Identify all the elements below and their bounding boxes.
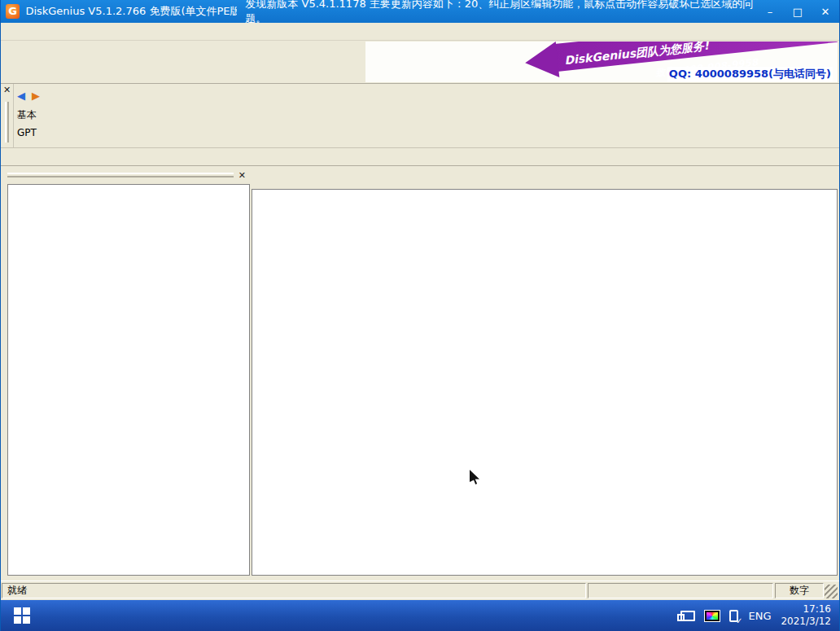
clock-date: 2021/3/12 <box>781 616 831 628</box>
start-button[interactable] <box>1 600 43 631</box>
status-empty-panel <box>588 583 773 598</box>
panel-splitter[interactable]: ✕ <box>1 84 14 147</box>
tab-content <box>252 189 838 576</box>
maximize-button[interactable]: □ <box>784 0 812 23</box>
display-icon[interactable] <box>705 611 720 621</box>
status-text: 就绪 <box>2 583 586 598</box>
taskbar: ENG 17:16 2021/3/12 <box>1 600 839 631</box>
network-icon[interactable] <box>680 611 695 621</box>
ad-banner: DiskGenius团队为您服务! 致电: 400-008-9958 QQ: 4… <box>365 42 838 82</box>
clock[interactable]: 17:16 2021/3/12 <box>781 603 831 628</box>
ad-qq-text: QQ: 4000089958(与电话同号) <box>667 67 833 81</box>
partition-blocks <box>78 88 831 142</box>
disk-tree-panel: ✕ <box>1 166 252 581</box>
windows-logo-icon <box>14 607 30 624</box>
disk-info-bar <box>1 148 839 166</box>
minimize-button[interactable]: – <box>756 0 784 23</box>
update-notice: 发现新版本 V5.4.1.1178 主要更新内容如下：20、纠正扇区编辑功能，鼠… <box>245 0 756 26</box>
partition-detail-panel <box>252 166 839 581</box>
panel-close-icon[interactable]: ✕ <box>1 84 13 96</box>
numlock-indicator: 数字 <box>775 583 824 598</box>
close-button[interactable]: ✕ <box>812 0 839 23</box>
nav-back-icon[interactable]: ◀ <box>17 90 25 102</box>
disk-tree <box>7 184 250 576</box>
window-title: DiskGenius V5.1.2.766 免费版(单文件PE版) <box>25 4 237 19</box>
tree-close-icon[interactable]: ✕ <box>236 169 248 182</box>
resize-grip[interactable] <box>825 585 838 598</box>
language-indicator[interactable]: ENG <box>748 610 771 622</box>
app-logo-icon: G <box>6 4 20 19</box>
system-tray: ENG 17:16 2021/3/12 <box>680 603 839 628</box>
partition-bar-panel: ✕ ◀ ▶ 基本 GPT <box>1 84 839 148</box>
status-bar: 就绪 数字 <box>1 581 839 600</box>
nav-forward-icon[interactable]: ▶ <box>32 90 40 102</box>
toolbar: DiskGenius团队为您服务! 致电: 400-008-9958 QQ: 4… <box>1 41 839 84</box>
partition-details <box>252 226 837 232</box>
tab-bar <box>252 169 838 189</box>
tree-splitter[interactable] <box>7 173 234 177</box>
disk-mode-gpt-label: GPT <box>17 127 74 138</box>
diskgenius-window: G DiskGenius V5.1.2.766 免费版(单文件PE版) 发现新版… <box>0 0 840 631</box>
usb-eject-icon[interactable] <box>729 610 738 622</box>
disk-mode-basic-label: 基本 <box>17 108 74 122</box>
titlebar: G DiskGenius V5.1.2.766 免费版(单文件PE版) 发现新版… <box>1 0 839 23</box>
clock-time: 17:16 <box>781 603 831 616</box>
